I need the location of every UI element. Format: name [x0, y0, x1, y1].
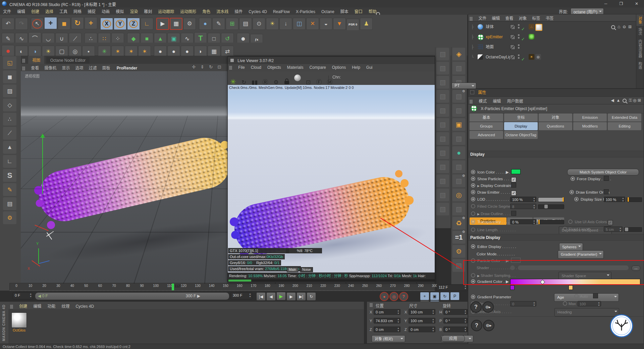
- target-icon[interactable]: ◎: [633, 98, 636, 103]
- paint-sphere-icon[interactable]: ●: [199, 18, 212, 30]
- next-frame-button[interactable]: ▶: [286, 292, 296, 301]
- visibility-dots[interactable]: [518, 24, 520, 30]
- menu-prorender[interactable]: ProRender: [114, 65, 140, 71]
- attr-search-icon[interactable]: [623, 99, 627, 103]
- panel-grip-icon[interactable]: [22, 59, 25, 63]
- visibility-dots[interactable]: [518, 44, 520, 50]
- array-icon[interactable]: ⊞: [226, 18, 238, 30]
- object-row-xpemitter[interactable]: ├ xpEmitter ✓: [468, 32, 636, 42]
- octane-tool-icon-3[interactable]: ▧: [452, 90, 465, 103]
- spreadsheet-icon[interactable]: ▤: [239, 18, 252, 30]
- draw-emitter-origin-checkbox[interactable]: [604, 189, 609, 194]
- menu-item-12[interactable]: 运动图形: [177, 7, 199, 15]
- editor-visibility-toggle[interactable]: [510, 55, 515, 60]
- object-row-sphere[interactable]: ├ 球体 ✓ ∴: [468, 22, 636, 32]
- render-settings-icon[interactable]: ⚙: [183, 18, 196, 30]
- octane-tool-icon-8[interactable]: ▧: [452, 203, 465, 215]
- viewport-menu-item-4[interactable]: 过滤: [86, 64, 99, 71]
- om-vertical-tab-0[interactable]: 对象: [636, 14, 644, 26]
- menu-item-2[interactable]: 创建: [28, 7, 42, 15]
- sun-tag-icon[interactable]: ☀: [529, 54, 534, 60]
- octane-tool-icon-4[interactable]: ▧: [452, 104, 465, 117]
- live-viewer-titlebar[interactable]: Live Viewer 3.07-R2: [228, 57, 435, 64]
- octane-cube-icon-4[interactable]: ▧: [436, 90, 449, 103]
- y-axis-gizmo[interactable]: [42, 137, 43, 194]
- apply-button[interactable]: 应用: [441, 335, 465, 342]
- texture-mode-icon[interactable]: ▨: [3, 85, 16, 97]
- object-name[interactable]: xpEmitter: [486, 32, 503, 42]
- lock-icon[interactable]: ⚿: [629, 98, 632, 103]
- key-scale-button[interactable]: ▣: [430, 292, 439, 300]
- new-window-icon[interactable]: ⊞: [638, 98, 641, 103]
- menu-item-11[interactable]: 运动跟踪: [155, 7, 177, 15]
- octane-folder-icon[interactable]: ◈: [452, 48, 465, 60]
- octane-tool-icon-5[interactable]: ▧: [452, 132, 465, 145]
- attr-tab-modifiers[interactable]: Modifiers: [573, 122, 607, 130]
- om-menu-item-5[interactable]: 书签: [543, 14, 556, 22]
- workplane-icon[interactable]: ◇: [3, 99, 16, 111]
- autokey-button[interactable]: ◎: [389, 292, 398, 301]
- size-value-0[interactable]: 100 cm▲▼: [409, 309, 435, 315]
- zoom-view-icon[interactable]: ⇕: [199, 64, 206, 69]
- attr-tab-groups[interactable]: Groups: [470, 122, 503, 130]
- live-viewer-window[interactable]: Live Viewer 3.07-R2 FileCloudObjectsMate…: [227, 56, 435, 283]
- menu-item-20[interactable]: 脚本: [337, 7, 352, 15]
- live-viewer-menu-item-0[interactable]: File: [235, 64, 248, 71]
- live-viewer-menu-item-1[interactable]: Cloud: [248, 64, 264, 71]
- octane-cube-icon-10[interactable]: ▧: [436, 174, 449, 187]
- history-back-icon[interactable]: ◀: [611, 98, 614, 103]
- octane-teal-icon[interactable]: ●: [452, 146, 465, 159]
- om-menu-item-4[interactable]: 标签: [529, 14, 543, 22]
- current-frame-marker[interactable]: [172, 284, 174, 290]
- viewport-menu-item-0[interactable]: 查看: [28, 64, 42, 71]
- material-menu-item-1[interactable]: 编辑: [30, 302, 44, 311]
- octane-gear-icon[interactable]: ⚙: [3, 211, 16, 224]
- attr-tab-advanced[interactable]: Advanced: [470, 131, 503, 139]
- rotation-value-2[interactable]: 0 °▲▼: [443, 327, 468, 332]
- viewport-menu-grip-icon[interactable]: [22, 66, 25, 70]
- menu-item-10[interactable]: 雕刻: [141, 7, 155, 15]
- key-position-button[interactable]: +: [420, 292, 429, 300]
- make-editable-icon[interactable]: ◱: [3, 56, 16, 69]
- octane-cube-icon-1[interactable]: ▧: [436, 48, 449, 60]
- render-view-icon[interactable]: ▶: [156, 18, 169, 30]
- attr-tab-octane-objecttag[interactable]: Octane ObjectTag: [504, 131, 538, 139]
- last-tool-icon[interactable]: +: [85, 17, 97, 29]
- node-editor-icon[interactable]: ◫: [293, 18, 306, 30]
- tab-view[interactable]: 视图: [28, 56, 44, 64]
- size-value-1[interactable]: 100 cm▲▼: [409, 318, 435, 323]
- rotation-value-1[interactable]: 0 °▲▼: [443, 318, 468, 323]
- om-vertical-tab-3[interactable]: 构造: [636, 60, 644, 71]
- points-icon[interactable]: ∴: [3, 113, 16, 126]
- brush-icon[interactable]: ✎: [212, 18, 225, 30]
- polygons-icon[interactable]: ▲: [3, 141, 16, 154]
- visibility-dots[interactable]: [518, 54, 520, 60]
- render-view[interactable]: GTX 1070[T][6.1] %92 78°C Out-of-core us…: [228, 90, 435, 272]
- rotation-value-0[interactable]: 0 °▲▼: [443, 309, 468, 315]
- menu-item-1[interactable]: 编辑: [14, 7, 28, 15]
- x-axis-lock-icon[interactable]: X: [100, 18, 113, 30]
- size-value-2[interactable]: 0 cm▲▼: [409, 327, 435, 332]
- material-menu-item-2[interactable]: 功能: [44, 302, 58, 311]
- live-selection-icon[interactable]: ↖: [31, 18, 44, 30]
- icon-color-swatch[interactable]: [511, 169, 521, 174]
- record-icon[interactable]: ●: [2, 45, 14, 57]
- attr-tab-editing[interactable]: Editing: [608, 122, 641, 130]
- transparency-value[interactable]: 0 %▲▼: [510, 219, 536, 225]
- octane-cube-icon-5[interactable]: ▧: [436, 104, 449, 117]
- octane-drop-icon[interactable]: ▼: [333, 18, 346, 30]
- menu-item-9[interactable]: 渲染: [127, 7, 141, 15]
- menu-item-7[interactable]: 动画: [99, 7, 113, 15]
- om-menu-item-1[interactable]: 编辑: [489, 14, 502, 22]
- coord-mode-dropdown[interactable]: 对象 (相对): [372, 335, 405, 342]
- play-button[interactable]: ▶: [276, 292, 286, 300]
- import-icon[interactable]: ↓: [279, 18, 292, 30]
- minimize-button[interactable]: ─: [598, 0, 613, 7]
- menu-item-8[interactable]: 模拟: [113, 7, 127, 15]
- particle-tag-icon[interactable]: ∴: [529, 24, 534, 30]
- om-vertical-tab-2[interactable]: 内容浏览器: [636, 37, 644, 60]
- camera-clapper-icon[interactable]: ⊙: [253, 18, 265, 30]
- menu-item-21[interactable]: 窗口: [352, 7, 366, 15]
- menu-item-15[interactable]: 插件: [231, 7, 246, 15]
- octane-cubegear-icon[interactable]: ⚙: [452, 245, 465, 258]
